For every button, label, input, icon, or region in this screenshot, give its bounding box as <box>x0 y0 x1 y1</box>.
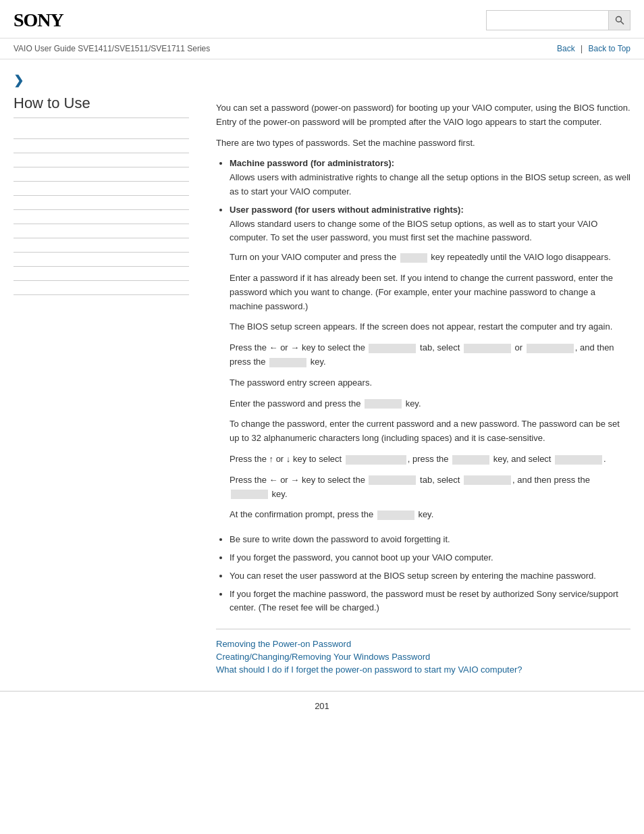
note-4: If you forget the machine password, the … <box>230 588 630 616</box>
step-1: Turn on your VAIO computer and press the… <box>230 251 630 265</box>
step-3: The BIOS setup screen appears. If the sc… <box>230 320 630 334</box>
step-4: Press the ← or → key to select the tab, … <box>230 341 630 390</box>
note-3: You can reset the user password at the B… <box>230 569 630 583</box>
bullet-machine-text: Allows users with administrative rights … <box>230 172 630 197</box>
sidebar-item[interactable] <box>14 224 189 238</box>
breadcrumb-arrow-icon: ❯ <box>14 74 24 87</box>
search-input[interactable] <box>487 11 608 30</box>
sidebar-title: How to Use <box>14 95 189 118</box>
page-number: 201 <box>0 691 644 721</box>
sidebar-item[interactable] <box>14 196 189 210</box>
bullet-user-title: User password (for users without adminis… <box>230 205 464 215</box>
bullet-machine-title: Machine password (for administrators): <box>230 158 394 168</box>
sidebar-item[interactable] <box>14 139 189 153</box>
sidebar-item[interactable] <box>14 267 189 281</box>
main-content: How to Use You can set a password (power… <box>0 95 644 677</box>
sidebar-item[interactable] <box>14 153 189 167</box>
search-button[interactable] <box>608 11 630 30</box>
intro-paragraph-1: You can set a password (power-on passwor… <box>216 101 630 130</box>
key-placeholder <box>555 455 602 465</box>
step-3-text: The BIOS setup screen appears. If the sc… <box>230 320 630 334</box>
key-placeholder <box>269 358 306 367</box>
step-5-desc: To change the password, enter the curren… <box>230 417 630 446</box>
sidebar-item[interactable] <box>14 210 189 224</box>
sidebar-item[interactable] <box>14 238 189 253</box>
sidebar-item[interactable] <box>14 167 189 182</box>
sidebar-item[interactable] <box>14 253 189 267</box>
key-placeholder <box>346 455 406 465</box>
note-2: If you forget the password, you cannot b… <box>230 551 630 565</box>
sidebar-item[interactable] <box>14 281 189 295</box>
back-link[interactable]: Back <box>557 44 575 53</box>
svg-line-1 <box>620 22 624 25</box>
svg-point-0 <box>616 17 621 22</box>
notes-list: Be sure to write down the password to av… <box>230 533 630 615</box>
nav-separator: | <box>581 44 583 53</box>
key-placeholder <box>464 475 511 485</box>
footer-link-2[interactable]: Creating/Changing/Removing Your Windows … <box>216 652 630 662</box>
key-placeholder <box>365 399 402 409</box>
key-placeholder <box>231 490 268 499</box>
breadcrumb: ❯ <box>0 59 644 95</box>
nav-bar: VAIO User Guide SVE1411/SVE1511/SVE1711 … <box>0 38 644 59</box>
header: SONY <box>0 0 644 38</box>
bullet-machine-password: Machine password (for administrators): A… <box>230 157 630 199</box>
nav-links: Back | Back to Top <box>557 44 630 53</box>
intro-paragraph-2: There are two types of passwords. Set th… <box>216 136 630 151</box>
key-placeholder <box>527 344 574 353</box>
search-icon <box>615 16 624 25</box>
key-placeholder <box>369 475 416 485</box>
key-placeholder <box>464 344 511 353</box>
footer-link-3[interactable]: What should I do if I forget the power-o… <box>216 664 630 675</box>
bullet-user-text: Allows standard users to change some of … <box>230 219 597 243</box>
back-to-top-link[interactable]: Back to Top <box>589 44 630 53</box>
sidebar-item[interactable] <box>14 125 189 139</box>
sidebar: How to Use <box>14 95 203 677</box>
step-2-text: Enter a password if it has already been … <box>230 271 630 313</box>
guide-title: VAIO User Guide SVE1411/SVE1511/SVE1711 … <box>14 44 210 53</box>
bullet-user-password: User password (for users without adminis… <box>230 203 630 245</box>
search-box <box>486 10 630 30</box>
step-5: Enter the password and press the key. To… <box>230 397 630 446</box>
key-placeholder <box>400 253 427 263</box>
password-types-list: Machine password (for administrators): A… <box>230 157 630 245</box>
step-8: At the confirmation prompt, press the ke… <box>230 508 630 522</box>
notes-section: Be sure to write down the password to av… <box>216 533 630 615</box>
step-6: Press the ↑ or ↓ key to select , press t… <box>230 452 630 467</box>
content-area: You can set a password (power-on passwor… <box>203 95 630 677</box>
footer-links: Removing the Power-on Password Creating/… <box>216 629 630 675</box>
step-4b-text: The password entry screen appears. <box>230 376 630 390</box>
sony-logo: SONY <box>14 9 63 31</box>
key-placeholder <box>377 511 414 520</box>
step-2: Enter a password if it has already been … <box>230 271 630 313</box>
key-placeholder <box>369 344 416 353</box>
footer-link-1[interactable]: Removing the Power-on Password <box>216 639 630 649</box>
step-7: Press the ← or → key to select the tab, … <box>230 473 630 502</box>
key-placeholder <box>452 455 489 465</box>
note-1: Be sure to write down the password to av… <box>230 533 630 547</box>
sidebar-item[interactable] <box>14 182 189 196</box>
